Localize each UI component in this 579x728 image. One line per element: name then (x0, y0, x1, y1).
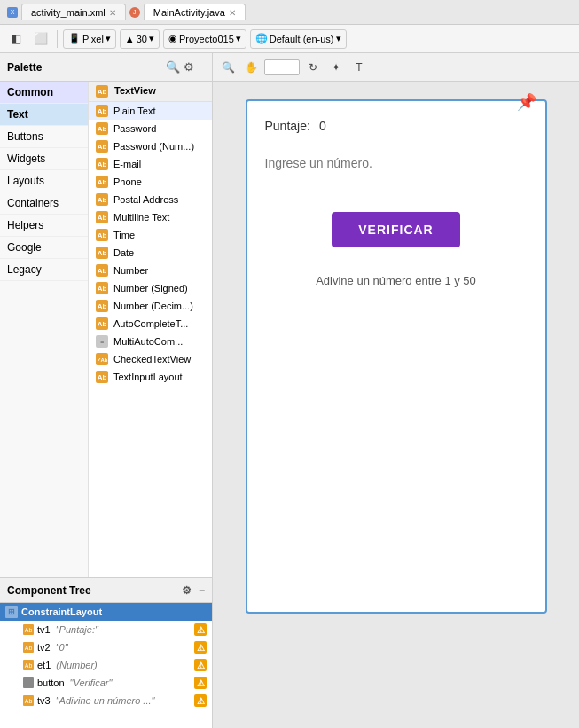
blueprint-btn[interactable]: ⬜ (30, 28, 51, 50)
api-dropdown[interactable]: ▲ 30 ▾ (120, 29, 160, 49)
tree-item-tv3[interactable]: Ab tv3 "Adivine un número ..." ⚠ (0, 692, 212, 709)
palette-settings-icon[interactable]: ⚙ (184, 60, 194, 74)
project-label: Proyecto015 (179, 34, 234, 44)
score-value: 0 (319, 119, 326, 133)
tab-xml[interactable]: activity_main.xml ✕ (21, 4, 126, 20)
left-panel: Palette 🔍 ⚙ − Common Text Buttons Widget… (0, 53, 213, 728)
device-label: Pixel (82, 34, 104, 44)
api-arrow: ▲ (125, 34, 135, 44)
project-dropdown[interactable]: ◉ Proyecto015 ▾ (163, 29, 246, 49)
design-mode-btn[interactable]: ◧ (5, 28, 27, 50)
palette-item-number[interactable]: Ab Number (89, 262, 212, 279)
palette-item-password-num[interactable]: Ab Password (Num...) (89, 137, 212, 155)
btn-hint: "Verificar" (70, 677, 113, 688)
palette-item-postal[interactable]: Ab Postal Address (89, 191, 212, 208)
password-num-icon: Ab (96, 140, 108, 153)
time-label: Time (113, 230, 135, 240)
tv1-icon: Ab (23, 624, 34, 635)
category-helpers[interactable]: Helpers (0, 215, 88, 237)
verify-button[interactable]: VERIFICAR (332, 212, 459, 247)
tab-java[interactable]: MainActivity.java ✕ (144, 4, 246, 20)
tab-java-close[interactable]: ✕ (229, 8, 236, 18)
autocomplete-icon: Ab (96, 317, 108, 330)
phone-area: 📌 Puntaje: 0 VERIFICAR Adivine un número… (228, 82, 565, 728)
palette-item-textinput[interactable]: Ab TextInputLayout (89, 368, 212, 386)
postal-icon: Ab (96, 193, 108, 206)
component-tree-header: Component Tree ⚙ − (0, 578, 212, 603)
design-toolbar: 🔍 ✋ 0dp ↻ ✦ T (213, 53, 579, 82)
palette-body: Common Text Buttons Widgets Layouts Cont… (0, 82, 212, 577)
locale-dropdown[interactable]: 🌐 Default (en-us) ▾ (250, 29, 347, 49)
multiline-icon: Ab (96, 211, 108, 223)
number-icon: Ab (96, 264, 108, 277)
multiauto-icon: ≡ (96, 335, 108, 348)
xml-tab-icon: X (7, 7, 18, 18)
design-panel: 🔍 ✋ 0dp ↻ ✦ T 📌 Puntaje: 0 VERIFICAR Adi… (213, 53, 579, 728)
password-num-label: Password (Num...) (113, 141, 194, 152)
category-google[interactable]: Google (0, 237, 88, 259)
checked-icon: ✓Ab (96, 353, 108, 365)
palette-item-autocomplete[interactable]: Ab AutoCompleteT... (89, 315, 212, 333)
design-snap-btn[interactable]: ✦ (326, 58, 346, 77)
date-icon: Ab (96, 247, 108, 259)
tv3-hint: "Adivine un número ..." (56, 695, 155, 706)
postal-label: Postal Address (113, 194, 178, 205)
palette-item-plain-text[interactable]: Ab Plain Text (89, 102, 212, 120)
number-decimal-icon: Ab (96, 300, 108, 312)
main-toolbar: ◧ ⬜ 📱 Pixel ▾ ▲ 30 ▾ ◉ Proyecto015 ▾ 🌐 D… (0, 25, 579, 53)
category-text[interactable]: Text (0, 104, 88, 126)
project-icon: ◉ (168, 33, 177, 44)
btn-warn: ⚠ (194, 677, 207, 689)
locale-label: Default (en-us) (270, 34, 334, 44)
tv2-label: tv2 (37, 642, 51, 653)
dp-input[interactable]: 0dp (264, 59, 300, 75)
palette-header-label: TextView (114, 85, 156, 96)
palette-item-multiauto[interactable]: ≡ MultiAutoCom... (89, 333, 212, 350)
tv1-warn: ⚠ (194, 623, 207, 636)
palette-item-number-decimal[interactable]: Ab Number (Decim...) (89, 297, 212, 315)
tree-item-tv1[interactable]: Ab tv1 "Puntaje:" ⚠ (0, 621, 212, 638)
design-text-btn[interactable]: T (349, 58, 369, 77)
category-buttons[interactable]: Buttons (0, 126, 88, 148)
tree-item-tv2[interactable]: Ab tv2 "0" ⚠ (0, 638, 212, 656)
palette-item-date[interactable]: Ab Date (89, 244, 212, 262)
category-layouts[interactable]: Layouts (0, 170, 88, 192)
category-common[interactable]: Common (0, 82, 88, 104)
api-chevron: ▾ (149, 33, 154, 44)
tv3-label: tv3 (37, 695, 51, 706)
palette-item-checked[interactable]: ✓Ab CheckedTextView (89, 350, 212, 368)
palette-item-number-signed[interactable]: Ab Number (Signed) (89, 279, 212, 297)
palette-item-phone[interactable]: Ab Phone (89, 173, 212, 191)
tv2-hint: "0" (56, 642, 68, 653)
design-zoom-in-btn[interactable]: 🔍 (218, 58, 238, 77)
phone-pin-icon: 📌 (517, 92, 536, 112)
palette-item-time[interactable]: Ab Time (89, 226, 212, 244)
password-icon: Ab (96, 122, 108, 135)
palette-textview-header: Ab TextView (89, 82, 212, 102)
tree-item-et1[interactable]: Ab et1 (Number) ⚠ (0, 656, 212, 674)
number-input-field[interactable] (265, 151, 528, 176)
design-refresh-btn[interactable]: ↻ (303, 58, 323, 77)
email-label: E-mail (113, 159, 141, 169)
tree-item-button[interactable]: button "Verificar" ⚠ (0, 674, 212, 692)
tree-item-constraint[interactable]: ⊞ ConstraintLayout (0, 603, 212, 621)
device-dropdown[interactable]: 📱 Pixel ▾ (63, 29, 116, 49)
tree-settings-icon[interactable]: ⚙ (182, 584, 192, 597)
category-widgets[interactable]: Widgets (0, 148, 88, 170)
palette-item-multiline[interactable]: Ab Multiline Text (89, 208, 212, 226)
et1-warn: ⚠ (194, 659, 207, 671)
textinput-label: TextInputLayout (113, 372, 183, 382)
palette-search-icon[interactable]: 🔍 (166, 60, 180, 74)
multiline-label: Multiline Text (113, 212, 169, 223)
palette-minimize-icon[interactable]: − (198, 60, 205, 74)
palette-item-email[interactable]: Ab E-mail (89, 155, 212, 173)
design-pan-btn[interactable]: ✋ (241, 58, 261, 77)
tab-java-label: MainActivity.java (153, 7, 225, 18)
category-containers[interactable]: Containers (0, 192, 88, 215)
category-legacy[interactable]: Legacy (0, 259, 88, 281)
tv2-icon: Ab (23, 642, 34, 653)
constraint-label: ConstraintLayout (21, 607, 102, 617)
palette-item-password[interactable]: Ab Password (89, 120, 212, 137)
tab-xml-close[interactable]: ✕ (109, 8, 116, 18)
tree-minimize-icon[interactable]: − (199, 584, 205, 597)
